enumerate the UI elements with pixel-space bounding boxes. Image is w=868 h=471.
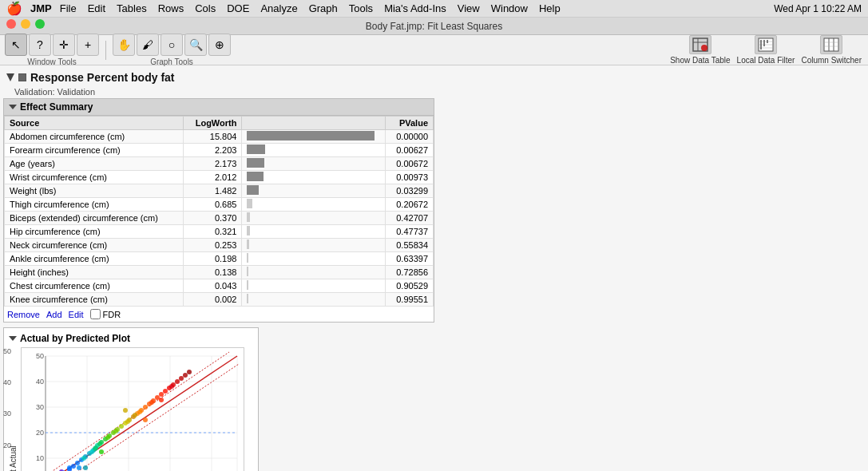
window-tools-label: Window Tools [27,57,77,66]
edit-link[interactable]: Edit [69,310,84,319]
svg-point-66 [143,405,148,410]
logworth-cell: 2.173 [184,157,242,171]
hand-tool-button[interactable]: ✋ [113,34,135,56]
svg-text:30: 30 [36,403,44,411]
bar-cell [242,184,386,198]
plus-tool-button[interactable]: + [77,34,99,56]
menu-analyze[interactable]: Analyze [260,2,297,14]
svg-rect-11 [824,38,838,51]
col-bar [242,117,386,130]
svg-point-63 [125,419,130,424]
chart-panel-header: Actual by Predicted Plot [9,333,253,344]
menu-rows[interactable]: Rows [158,2,184,14]
pvalue-cell: 0.90529 [386,279,434,293]
main-content: Response Percent body fat Validation: Va… [0,65,868,471]
menu-window[interactable]: Window [491,2,528,14]
col-source: Source [5,117,184,130]
source-cell: Knee circumference (cm) [5,293,184,307]
fdr-checkbox-label[interactable]: FDR [90,309,121,319]
table-row: Chest circumference (cm)0.0430.90529 [5,279,434,293]
svg-point-59 [119,424,124,429]
arrow-tool-button[interactable]: ↖ [5,34,27,56]
chart-collapse-icon[interactable] [9,336,17,341]
response-header-title: Response Percent body fat [30,71,175,84]
pvalue-cell: 0.20672 [386,198,434,212]
apple-menu[interactable]: 🍎 [6,1,22,16]
svg-point-90 [83,465,88,470]
bar-cell [242,198,386,212]
bar-cell [242,279,386,293]
svg-point-67 [137,410,142,414]
menu-file[interactable]: File [60,2,77,14]
effect-summary-title: Effect Summary [20,101,93,113]
effect-summary-collapse-icon[interactable] [9,105,17,109]
menu-cols[interactable]: Cols [195,2,216,14]
add-link[interactable]: Add [46,310,62,319]
svg-text:20: 20 [36,429,44,437]
app-name: JMP [30,2,52,14]
source-cell: Neck circumference (cm) [5,239,184,252]
menu-tables[interactable]: Tables [117,2,147,14]
maximize-button[interactable] [35,19,45,29]
source-cell: Abdomen circumference (cm) [5,130,184,144]
show-data-table-button[interactable]: Show Data Table [670,35,730,65]
svg-line-33 [54,364,239,471]
remove-link[interactable]: Remove [7,310,40,319]
response-section-header: Response Percent body fat [3,69,865,86]
fdr-checkbox[interactable] [90,309,101,319]
svg-point-87 [123,408,128,413]
svg-text:40: 40 [36,378,44,386]
brush-tool-button[interactable]: 🖌 [137,34,159,56]
svg-point-58 [97,441,102,446]
crosshair-tool-button[interactable]: ✛ [53,34,75,56]
menu-edit[interactable]: Edit [88,2,105,14]
local-data-filter-button[interactable]: Local Data Filter [737,35,795,65]
menu-addins[interactable]: Mia's Add-Ins [384,2,446,14]
svg-point-78 [77,465,81,470]
close-button[interactable] [6,19,16,29]
chart-title: Actual by Predicted Plot [20,333,130,344]
svg-point-42 [75,461,80,465]
svg-point-81 [179,376,184,381]
question-tool-button[interactable]: ? [29,34,51,56]
menu-view[interactable]: View [458,2,480,14]
svg-point-79 [113,429,118,433]
toolbar-window-tools: ↖ ? ✛ + Window Tools [5,34,99,66]
menu-graph[interactable]: Graph [309,2,338,14]
column-switcher-button[interactable]: Column Switcher [801,35,862,65]
bar-cell [242,252,386,266]
menu-doe[interactable]: DOE [227,2,249,14]
menu-tools[interactable]: Tools [349,2,373,14]
svg-point-89 [159,398,164,402]
bar-cell [242,239,386,252]
minimize-button[interactable] [21,19,30,29]
table-row: Neck circumference (cm)0.2530.55834 [5,239,434,252]
effect-summary-header: Effect Summary [4,99,434,116]
lasso-tool-button[interactable]: ○ [161,34,183,56]
crosspoint-tool-button[interactable]: ⊕ [208,34,231,56]
source-cell: Ankle circumference (cm) [5,252,184,266]
menu-help[interactable]: Help [539,2,561,14]
svg-point-55 [105,435,110,440]
svg-point-85 [93,445,98,450]
pvalue-cell: 0.00627 [386,144,434,157]
bar-cell [242,212,386,225]
svg-point-82 [183,373,188,378]
logworth-cell: 0.321 [184,225,242,239]
pvalue-cell: 0.99551 [386,293,434,307]
chart-inner: 01020304050 [21,347,244,471]
response-icon [18,73,26,81]
svg-point-77 [169,384,174,389]
svg-text:10: 10 [36,454,44,462]
svg-point-86 [99,449,104,454]
bar-cell [242,157,386,171]
show-data-table-icon [689,35,711,54]
table-row: Wrist circumference (cm)2.0120.00973 [5,171,434,184]
magnify-tool-button[interactable]: 🔍 [184,34,207,56]
response-collapse-triangle[interactable] [6,73,14,81]
svg-point-71 [159,392,164,397]
menu-items: File Edit Tables Rows Cols DOE Analyze G… [60,2,774,14]
effect-summary-panel: Effect Summary Source LogWorth PValue Ab… [3,98,434,323]
logworth-cell: 2.203 [184,144,242,157]
table-row: Height (inches)0.1380.72856 [5,266,434,279]
